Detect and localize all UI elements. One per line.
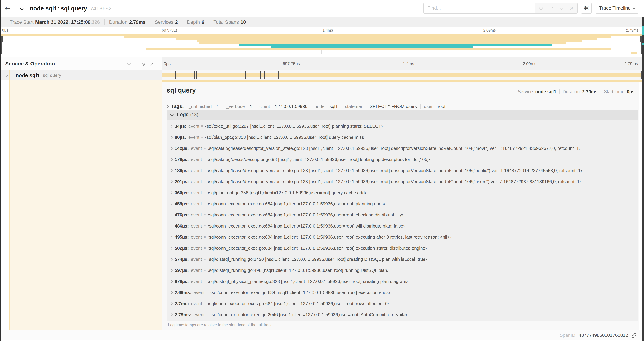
tag-equals: = [434, 105, 436, 109]
minimap-left-scrubber[interactable] [1, 34, 2, 54]
log-row[interactable]: 34µs:event=‹sql/exec_util.go:2297 [nsql1… [166, 121, 638, 132]
log-row[interactable]: 597µs:event=‹sql/distsql_running.go:498 … [166, 265, 638, 276]
log-row[interactable]: 366µs:event=‹sql/plan_opt.go:358 [nsql1,… [166, 187, 638, 198]
log-row[interactable]: 495µs:event=‹sql/conn_executor_exec.go:6… [166, 231, 638, 243]
collapse-one-icon[interactable] [127, 62, 130, 65]
axis-tick-label: 2.79ms [626, 28, 638, 33]
span-row-timeline[interactable] [162, 70, 642, 80]
log-chevron-icon[interactable] [170, 213, 173, 216]
log-timestamp: 2.69ms: [175, 290, 192, 295]
log-row[interactable]: 476µs:event=‹sql/conn_executor_exec.go:6… [166, 209, 638, 220]
log-row[interactable]: 2.79ms:event=‹sql/conn_executor_exec.go:… [166, 309, 638, 320]
log-chevron-icon[interactable] [170, 313, 173, 316]
summary-value: March 31 2022, 17:25:09 [35, 20, 90, 25]
log-chevron-icon[interactable] [170, 302, 173, 305]
log-chevron-icon[interactable] [170, 191, 173, 194]
collapse-trace-chevron-icon[interactable] [20, 6, 24, 10]
find-clear-icon[interactable]: ✕ [570, 5, 574, 11]
log-equals: = [204, 201, 206, 206]
log-row[interactable]: 189µs:event=‹sql/catalog/lease/descripto… [166, 165, 638, 176]
logs-header[interactable]: Logs (18) [166, 110, 638, 120]
expand-all-icon[interactable] [150, 63, 153, 66]
span-service-name: node sql1 [16, 72, 40, 78]
span-bar[interactable] [162, 73, 641, 77]
log-chevron-icon[interactable] [170, 125, 173, 128]
log-timestamp: 366µs: [175, 190, 189, 195]
detail-gutter [0, 80, 9, 330]
log-timestamp: 189µs: [175, 168, 189, 173]
log-row[interactable]: 574µs:event=‹sql/distsql_running.go:1420… [166, 254, 638, 265]
log-chevron-icon[interactable] [170, 147, 173, 150]
log-chevron-icon[interactable] [170, 202, 173, 205]
log-chevron-icon[interactable] [170, 158, 173, 161]
log-row[interactable]: 502µs:event=‹sql/conn_executor_exec.go:6… [166, 243, 638, 254]
log-chevron-icon[interactable] [170, 225, 173, 227]
tags-chevron-icon[interactable] [166, 105, 169, 108]
tag-value: 1 [216, 104, 219, 109]
logs-count: (18) [190, 112, 198, 117]
command-icon: ⌘ [583, 5, 589, 12]
span-collapse-chevron-icon[interactable] [5, 74, 8, 77]
log-marker [196, 71, 197, 79]
find-next-icon[interactable] [560, 7, 563, 10]
minimap-span [124, 36, 611, 38]
log-timestamp: 486µs: [175, 223, 189, 229]
span-row-name[interactable]: node sql1 sql query [0, 70, 162, 80]
column-resizer[interactable] [158, 62, 161, 66]
summary-value: 6 [202, 20, 204, 25]
log-chevron-icon[interactable] [170, 236, 173, 238]
log-row[interactable]: 2.7ms:event=‹sql/conn_executor_exec.go:6… [166, 298, 638, 309]
axis-tick-label: 2.79ms [624, 57, 638, 70]
axis-tick-label: 0µs [2, 28, 8, 33]
log-chevron-icon[interactable] [170, 258, 173, 261]
log-chevron-icon[interactable] [170, 291, 173, 294]
log-row[interactable]: 486µs:event=‹sql/conn_executor_exec.go:6… [166, 220, 638, 231]
log-chevron-icon[interactable] [170, 169, 173, 172]
axis-tick-label: 697.75µs [162, 28, 178, 33]
log-equals: = [204, 168, 206, 173]
logs-chevron-icon[interactable] [170, 113, 174, 116]
logs-label: Logs [177, 112, 188, 117]
log-equals: = [204, 301, 206, 306]
view-selector-button[interactable]: Trace Timeline [596, 3, 638, 14]
log-row[interactable]: 678µs:event=‹sql/distsql_physical_planne… [166, 276, 638, 287]
tags-row[interactable]: Tags: _unfinished=1_verbose=1client=127.… [166, 103, 449, 110]
log-timestamp: 476µs: [175, 212, 189, 218]
summary-item: Duration2.79ms [104, 20, 150, 25]
minimap-canvas[interactable] [1, 34, 642, 54]
expand-one-icon[interactable] [135, 62, 138, 65]
keyboard-shortcuts-button[interactable]: ⌘ [581, 3, 592, 14]
link-icon[interactable] [631, 332, 637, 338]
summary-label: Services [155, 20, 173, 25]
find-controls: ✕ [535, 3, 578, 14]
log-chevron-icon[interactable] [170, 136, 173, 139]
detail-name-column [0, 80, 162, 330]
minimap-span [271, 46, 473, 48]
locate-icon[interactable] [538, 6, 544, 11]
log-field-value: ‹sql/conn_executor_exec.go:684 [nsql1,cl… [208, 234, 451, 240]
log-chevron-icon[interactable] [170, 247, 173, 249]
log-row[interactable]: 201µs:event=‹sql/catalog/lease/descripto… [166, 176, 638, 187]
find-input[interactable]: Find... [424, 3, 535, 14]
log-timestamp: 574µs: [175, 257, 189, 262]
log-row[interactable]: 80µs:event=‹sql/plan_opt.go:358 [nsql1,c… [166, 132, 638, 143]
log-chevron-icon[interactable] [170, 269, 173, 272]
log-row[interactable]: 2.69ms:event=‹sql/conn_executor_exec.go:… [166, 287, 638, 298]
log-row[interactable]: 459µs:event=‹sql/conn_executor_exec.go:6… [166, 198, 638, 209]
collapse-all-icon[interactable] [142, 62, 144, 66]
back-button[interactable]: ← [0, 0, 15, 17]
log-field-value: ‹sql/conn_executor_exec.go:684 [nsql1,cl… [208, 301, 389, 306]
log-field-value: ‹sql/catalog/descs/descriptor.go:98 [nsq… [208, 157, 430, 162]
minimap-span [146, 48, 611, 50]
log-chevron-icon[interactable] [170, 280, 173, 283]
log-row[interactable]: 142µs:event=‹sql/catalog/lease/descripto… [166, 143, 638, 154]
find-prev-icon[interactable] [550, 7, 554, 10]
log-marker [260, 71, 261, 79]
log-marker [278, 71, 278, 79]
right-edge-teal [642, 43, 644, 45]
tag-key: _verbose [226, 104, 245, 109]
log-equals: = [201, 135, 204, 140]
log-timestamp: 597µs: [175, 268, 189, 273]
log-chevron-icon[interactable] [170, 180, 173, 183]
log-row[interactable]: 176µs:event=‹sql/catalog/descs/descripto… [166, 154, 638, 165]
